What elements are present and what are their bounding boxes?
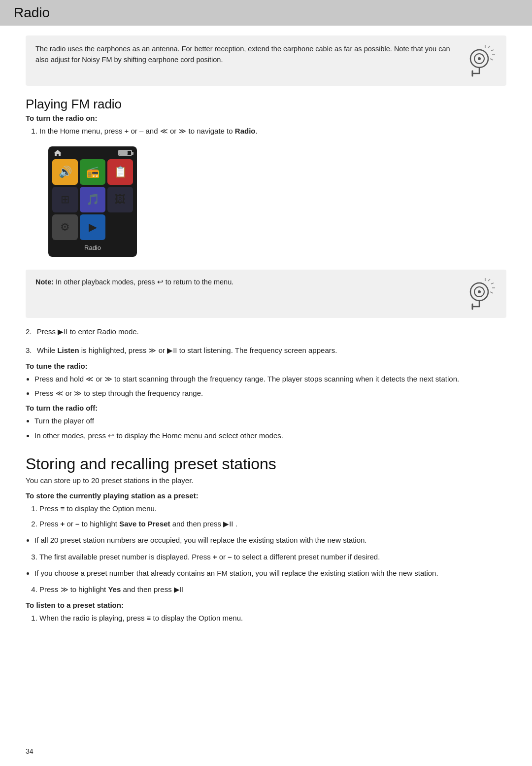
store-bullets-2: If you choose a preset number that alrea… bbox=[34, 567, 506, 579]
storing-section-desc: You can store up to 20 preset stations i… bbox=[26, 476, 506, 485]
earphone-icon bbox=[463, 44, 496, 77]
svg-line-7 bbox=[491, 50, 494, 51]
svg-line-6 bbox=[488, 46, 490, 48]
svg-point-14 bbox=[478, 290, 481, 293]
tune-bullets: Press and hold ≪ or ≫ to start scanning … bbox=[34, 373, 506, 399]
step3-text: While Listen is highlighted, press ≫ or … bbox=[37, 346, 337, 354]
store-step-4: Press ≫ to highlight Yes and then press … bbox=[39, 584, 506, 595]
menu-cell-sound: 🔊 bbox=[52, 159, 78, 185]
tune-bullet-2: Press ≪ or ≫ to step through the frequen… bbox=[34, 387, 506, 399]
listen-steps: When the radio is playing, press ≡ to di… bbox=[39, 612, 506, 624]
store-heading: To store the currently playing station a… bbox=[26, 491, 506, 500]
note-box: Note: In other playback modes, press ↩ t… bbox=[26, 270, 506, 318]
page-header: Radio bbox=[0, 0, 532, 26]
info-box: The radio uses the earphones as an anten… bbox=[26, 35, 506, 86]
note-text: Note: In other playback modes, press ↩ t… bbox=[35, 277, 233, 287]
step-2: 2. Press ▶II to enter Radio mode. bbox=[26, 326, 506, 337]
listen-step-1: When the radio is playing, press ≡ to di… bbox=[39, 612, 506, 624]
step1-text: In the Home menu, press + or – and ≪ or … bbox=[39, 127, 258, 135]
step2-text: Press ▶II to enter Radio mode. bbox=[37, 327, 139, 336]
menu-cell-play: ▶ bbox=[80, 214, 105, 240]
svg-line-18 bbox=[488, 279, 490, 281]
battery-fill bbox=[119, 151, 128, 155]
tune-bullet1-text: Press and hold ≪ or ≫ to start scanning … bbox=[34, 375, 459, 383]
tune-bullet-1: Press and hold ≪ or ≫ to start scanning … bbox=[34, 373, 506, 384]
off-bullet-1: Turn the player off bbox=[34, 415, 506, 426]
menu-cell-grid: ⊞ bbox=[52, 187, 78, 212]
menu-cell-radio: 📻 bbox=[80, 159, 105, 185]
device-screen: 🔊 📻 📋 ⊞ 🎵 🖼 ⚙ ▶ Radio bbox=[48, 146, 137, 257]
store-step4-text: Press ≫ to highlight Yes and then press … bbox=[39, 585, 184, 593]
store-steps-2: The first available preset number is dis… bbox=[39, 551, 506, 562]
store-bullet-2: If you choose a preset number that alrea… bbox=[34, 567, 506, 579]
playing-fm-radio-title: Playing FM radio bbox=[26, 97, 506, 112]
listen-heading: To listen to a preset station: bbox=[26, 601, 506, 609]
main-content: The radio uses the earphones as an anten… bbox=[0, 35, 532, 649]
svg-line-21 bbox=[490, 292, 493, 293]
antenna-icon bbox=[462, 43, 497, 78]
screen-status-bar bbox=[51, 149, 134, 156]
menu-cell-music: 🎵 bbox=[80, 187, 105, 212]
tune-heading: To tune the radio: bbox=[26, 362, 506, 370]
note-earphone-icon bbox=[463, 277, 496, 311]
page-title: Radio bbox=[14, 5, 518, 21]
note-content: In other playback modes, press ↩ to retu… bbox=[56, 278, 233, 286]
turn-on-steps: In the Home menu, press + or – and ≪ or … bbox=[39, 125, 506, 263]
store-step-3: The first available preset number is dis… bbox=[39, 551, 506, 562]
store-step1-text: Press ≡ to display the Option menu. bbox=[39, 504, 157, 513]
info-box-text: The radio uses the earphones as an anten… bbox=[35, 43, 452, 66]
note-antenna-icon bbox=[462, 277, 497, 311]
home-screen-icon bbox=[53, 149, 62, 156]
menu-cell-list: 📋 bbox=[107, 159, 133, 185]
screen-radio-label: Radio bbox=[51, 243, 134, 254]
store-step-2: Press + or – to highlight Save to Preset… bbox=[39, 518, 506, 529]
store-step2-text: Press + or – to highlight Save to Preset… bbox=[39, 520, 237, 528]
storing-section-title: Storing and recalling preset stations bbox=[26, 455, 506, 473]
svg-line-9 bbox=[490, 59, 493, 60]
turn-off-heading: To turn the radio off: bbox=[26, 404, 506, 412]
store-bullet-1: If all 20 preset station numbers are occ… bbox=[34, 534, 506, 546]
menu-cell-settings: ⚙ bbox=[52, 214, 78, 240]
svg-line-19 bbox=[491, 283, 494, 284]
svg-point-2 bbox=[478, 57, 481, 60]
page-number: 34 bbox=[26, 747, 33, 755]
store-steps-3: Press ≫ to highlight Yes and then press … bbox=[39, 584, 506, 595]
menu-grid: 🔊 📻 📋 ⊞ 🎵 🖼 ⚙ ▶ bbox=[51, 158, 134, 241]
store-steps: Press ≡ to display the Option menu. Pres… bbox=[39, 503, 506, 530]
store-step3-text: The first available preset number is dis… bbox=[39, 553, 380, 561]
step-3: 3. While Listen is highlighted, press ≫ … bbox=[26, 345, 506, 356]
turn-on-heading: To turn the radio on: bbox=[26, 114, 506, 122]
off-bullet-2: In other modes, press ↩ to display the H… bbox=[34, 430, 506, 441]
tune-bullet2-text: Press ≪ or ≫ to step through the frequen… bbox=[34, 389, 203, 397]
store-step-1: Press ≡ to display the Option menu. bbox=[39, 503, 506, 514]
screen-container: 🔊 📻 📋 ⊞ 🎵 🖼 ⚙ ▶ Radio bbox=[39, 141, 506, 263]
off-bullets: Turn the player off In other modes, pres… bbox=[34, 415, 506, 441]
svg-marker-11 bbox=[54, 150, 62, 156]
note-label: Note: bbox=[35, 278, 54, 286]
menu-cell-photo: 🖼 bbox=[107, 187, 133, 212]
battery-icon bbox=[118, 150, 132, 156]
store-bullets-1: If all 20 preset station numbers are occ… bbox=[34, 534, 506, 546]
step-1: In the Home menu, press + or – and ≪ or … bbox=[39, 125, 506, 263]
